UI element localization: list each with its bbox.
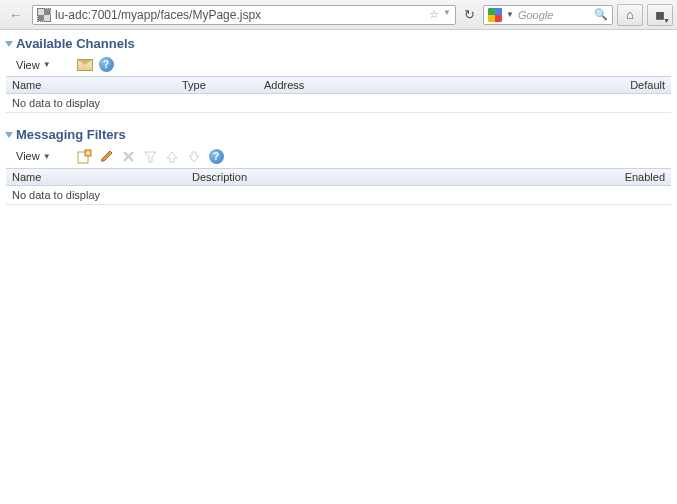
disclose-icon[interactable] [5,41,13,47]
panel-title: Messaging Filters [16,127,126,142]
channels-grid: Name Type Address Default No data to dis… [6,76,671,113]
move-down-icon [187,148,203,164]
url-text: lu-adc:7001/myapp/faces/MyPage.jspx [55,8,425,22]
col-description[interactable]: Description [186,169,611,185]
grid-empty-row: No data to display [6,186,671,205]
refresh-button[interactable]: ↻ [460,7,479,22]
svg-marker-8 [145,152,156,162]
disclose-icon[interactable] [5,132,13,138]
chevron-down-icon: ▼ [43,152,51,161]
col-name[interactable]: Name [6,169,186,185]
page-content: Available Channels View ▼ ? Name Type Ad… [0,30,677,221]
col-default[interactable]: Default [611,77,671,93]
panel-title: Available Channels [16,36,135,51]
new-filter-icon[interactable] [77,148,93,164]
favicon-icon [37,8,51,22]
col-address[interactable]: Address [258,77,611,93]
bookmarks-button[interactable]: ◼ ▼ [647,4,673,26]
view-menu[interactable]: View ▼ [12,58,55,72]
channels-toolbar: View ▼ ? [6,55,671,76]
col-enabled[interactable]: Enabled [611,169,671,185]
panel-header: Messaging Filters [6,125,671,146]
mail-icon[interactable] [77,59,93,71]
help-icon[interactable]: ? [209,149,224,164]
funnel-icon [143,148,159,164]
dropdown-icon[interactable]: ▼ [443,8,451,21]
search-engine-icon[interactable] [488,8,502,22]
search-box[interactable]: ▼ Google 🔍 [483,5,613,25]
delete-filter-icon [121,148,137,164]
grid-header: Name Description Enabled [6,168,671,186]
help-icon[interactable]: ? [99,57,114,72]
view-label: View [16,59,40,71]
svg-marker-4 [102,151,112,161]
svg-marker-10 [189,152,199,162]
view-label: View [16,150,40,162]
panel-header: Available Channels [6,34,671,55]
browser-toolbar: ← lu-adc:7001/myapp/faces/MyPage.jspx ☆ … [0,0,677,30]
search-go-icon[interactable]: 🔍 [594,8,608,21]
search-engine-dropdown-icon[interactable]: ▼ [506,10,514,19]
view-menu[interactable]: View ▼ [12,149,55,163]
filters-toolbar: View ▼ ? [6,146,671,168]
search-placeholder: Google [518,9,590,21]
edit-filter-icon[interactable] [99,148,115,164]
col-type[interactable]: Type [176,77,258,93]
filters-grid: Name Description Enabled No data to disp… [6,168,671,205]
col-name[interactable]: Name [6,77,176,93]
svg-marker-9 [167,152,177,162]
available-channels-panel: Available Channels View ▼ ? Name Type Ad… [6,34,671,113]
grid-empty-row: No data to display [6,94,671,113]
move-up-icon [165,148,181,164]
messaging-filters-panel: Messaging Filters View ▼ [6,125,671,205]
bookmark-icon[interactable]: ☆ [429,8,439,21]
chevron-down-icon: ▼ [43,60,51,69]
home-button[interactable]: ⌂ [617,4,643,26]
url-bar[interactable]: lu-adc:7001/myapp/faces/MyPage.jspx ☆ ▼ [32,5,456,25]
back-button[interactable]: ← [4,4,28,26]
url-actions: ☆ ▼ [429,8,451,21]
grid-header: Name Type Address Default [6,76,671,94]
